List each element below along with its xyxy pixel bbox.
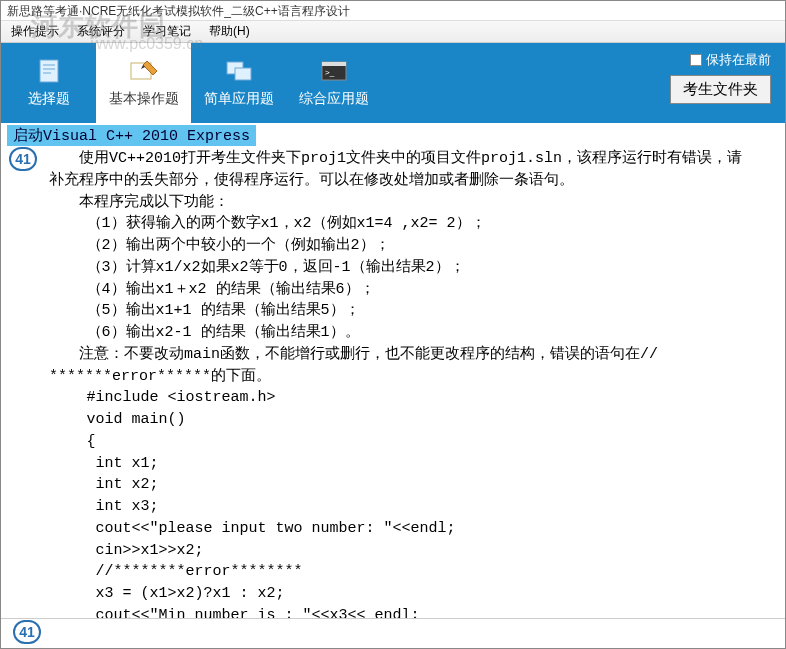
code-line: void main() [49,409,775,431]
keep-top-label: 保持在最前 [706,51,771,69]
problem-line: 补充程序中的丢失部分，使得程序运行。可以在修改处增加或者删除一条语句。 [49,170,775,192]
menu-notes[interactable]: 学习笔记 [143,23,191,40]
svg-rect-6 [235,68,251,80]
examinee-folder-button[interactable]: 考生文件夹 [670,75,771,104]
tab-simple-application[interactable]: 简单应用题 [191,43,286,123]
tab-label: 简单应用题 [204,90,274,108]
svg-rect-8 [322,62,346,66]
content-area: 启动Visual C++ 2010 Express 41 使用VC++2010打… [1,123,785,618]
launch-vc-button[interactable]: 启动Visual C++ 2010 Express [7,125,256,146]
svg-rect-0 [40,60,58,82]
problem-item: （5）输出x1+1 的结果（输出结果5）； [49,300,775,322]
code-line: //********error******** [49,561,775,583]
tab-label: 基本操作题 [109,90,179,108]
problem-item: （1）获得输入的两个数字x1，x2（例如x1=4 ,x2= 2）； [49,213,775,235]
window-title: 新思路等考通·NCRE无纸化考试模拟软件_二级C++语言程序设计 [1,1,785,21]
menu-help[interactable]: 帮助(H) [209,23,250,40]
question-number-badge-footer[interactable]: 41 [13,620,41,644]
code-line: cout<<"please input two number: "<<endl; [49,518,775,540]
windows-icon [224,58,254,84]
problem-item: （2）输出两个中较小的一个（例如输出2）； [49,235,775,257]
checkbox-icon [690,54,702,66]
menu-hint[interactable]: 操作提示 [11,23,59,40]
problem-note: 注意：不要改动main函数，不能增行或删行，也不能更改程序的结构，错误的语句在/… [49,344,775,366]
toolbar-right: 保持在最前 考生文件夹 [670,43,785,123]
problem-item: （4）输出x1＋x2 的结果（输出结果6）； [49,279,775,301]
code-line: int x2; [49,474,775,496]
question-number-badge: 41 [9,147,37,171]
toolbar: 选择题 基本操作题 简单应用题 >_ 综合应用题 保持在最前 考生文件夹 [1,43,785,123]
tab-label: 选择题 [28,90,70,108]
problem-note2: *******error******的下面。 [49,366,775,388]
code-line: #include <iostream.h> [49,387,775,409]
code-line: int x3; [49,496,775,518]
document-icon [34,58,64,84]
edit-note-icon [129,58,159,84]
problem-item: （3）计算x1/x2如果x2等于0，返回-1（输出结果2）； [49,257,775,279]
code-line: { [49,431,775,453]
svg-text:>_: >_ [325,68,335,77]
code-line: cout<<"Min number is : "<<x3<< endl; [49,605,775,618]
problem-line: 本程序完成以下功能： [49,192,775,214]
footer: 41 [1,618,785,648]
problem-text: 使用VC++2010打开考生文件夹下proj1文件夹中的项目文件proj1.sl… [1,146,785,618]
menu-score[interactable]: 系统评分 [77,23,125,40]
code-line: cin>>x1>>x2; [49,540,775,562]
menu-bar: 操作提示 系统评分 学习笔记 帮助(H) [1,21,785,43]
problem-item: （6）输出x2-1 的结果（输出结果1）。 [49,322,775,344]
code-line: x3 = (x1>x2)?x1 : x2; [49,583,775,605]
tab-label: 综合应用题 [299,90,369,108]
problem-line: 使用VC++2010打开考生文件夹下proj1文件夹中的项目文件proj1.sl… [49,148,775,170]
tab-comprehensive-application[interactable]: >_ 综合应用题 [286,43,381,123]
terminal-icon: >_ [319,58,349,84]
code-line: int x1; [49,453,775,475]
tab-basic-operation[interactable]: 基本操作题 [96,43,191,123]
keep-on-top-checkbox[interactable]: 保持在最前 [690,51,771,69]
tab-select-question[interactable]: 选择题 [1,43,96,123]
